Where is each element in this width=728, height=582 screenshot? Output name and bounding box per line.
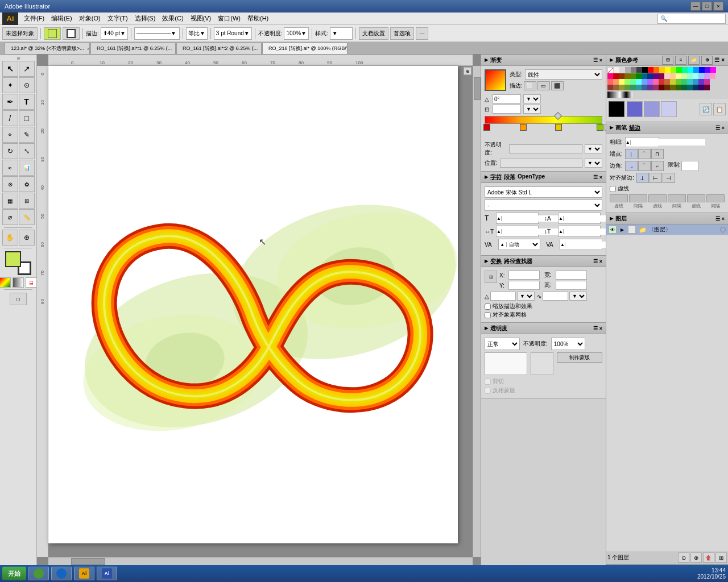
color-ref-base[interactable] [609,101,624,117]
baseline-input[interactable]: 0 [565,242,606,248]
magic-wand-tool[interactable]: ✦ [2,77,18,93]
more-options-button[interactable]: ⋯ [416,27,428,40]
eyedropper-tool[interactable]: ⌀ [2,209,18,225]
swatch[interactable] [698,79,704,85]
tab-3-close[interactable]: × [260,46,262,52]
color-ref-header[interactable]: ▶ 颜色参考 ⊞ ≡ 📁 ⊕ ☰ × [606,55,728,66]
preferences-button[interactable]: 首选项 [390,27,414,40]
tracking-select[interactable]: 自动 [507,241,540,248]
baseline-up[interactable]: ▲ [560,242,565,247]
swatch[interactable] [607,73,613,79]
swatch[interactable] [636,79,642,85]
swatch[interactable] [631,67,636,73]
tab-4[interactable]: RO_218 [转换].ai* @ 100% (RGB/预览) × [262,43,348,54]
swatch[interactable] [687,73,693,79]
gradient-location-input[interactable] [500,159,582,168]
join-round[interactable]: ⌒ [638,161,651,171]
menu-view[interactable]: 视图(V) [187,13,215,24]
graph-tool[interactable]: 📊 [19,160,35,176]
gradient-stop-2[interactable] [520,124,527,131]
gradient-angle-input[interactable] [493,94,521,103]
leading-up[interactable]: ▲ [559,216,564,221]
swatch[interactable] [681,73,687,79]
gradient-stroke-btn3[interactable]: ⬛ [551,81,564,90]
char-panel-header[interactable]: ▶ 字符 段落 OpenType ☰ × [481,172,606,183]
weight-up[interactable]: ▲ [626,140,631,145]
swatch-none[interactable] [607,67,614,73]
align-pixel-cb[interactable] [485,312,491,318]
make-mask-btn[interactable]: 制作蒙版 [557,352,602,363]
swatch[interactable] [636,73,642,79]
cap-round[interactable]: ⌒ [638,149,651,159]
v-scale-input[interactable]: 100% [564,228,606,235]
swatch[interactable] [625,67,631,73]
layer-target[interactable] [720,227,726,232]
swatch[interactable] [624,79,630,85]
tab-1[interactable]: 123.ai* @ 32% (<不透明蒙版>... × [5,43,90,54]
leading-input[interactable]: 14.4 [564,215,606,222]
transform-w-input[interactable]: 0 mm [556,271,587,280]
gradient-opacity-select[interactable]: ▼ [585,144,602,153]
font-style-select[interactable]: - [485,199,602,211]
swatch[interactable] [619,79,624,85]
warp-tool[interactable]: ≈ [2,160,18,176]
tab-2-close[interactable]: × [175,46,176,52]
swatch[interactable] [665,67,671,73]
swatch[interactable] [693,73,698,79]
color-view-btn1[interactable]: ⊞ [662,56,673,65]
opentype-tab[interactable]: OpenType [518,173,545,181]
line-tool[interactable]: / [2,110,18,126]
gradient-location-select[interactable]: ▼ [585,159,602,168]
swatch[interactable] [613,85,619,90]
menu-select[interactable]: 选择(S) [131,13,159,24]
swatch[interactable] [647,73,653,79]
limit-input[interactable]: 10 [681,161,698,171]
swatch[interactable] [619,85,624,90]
stroke-panel-header[interactable]: ▶ 画笔 描边 ☰ × [606,122,728,134]
swatch[interactable] [653,67,659,73]
swatch[interactable] [653,85,659,90]
menu-edit[interactable]: 编辑(E) [48,13,76,24]
menu-type[interactable]: 文字(T) [104,13,131,24]
gradient-bar[interactable] [485,116,602,124]
swatch[interactable] [670,85,676,90]
layer-row-1[interactable]: 👁 ▶ 📁 〈图层〉 [606,225,728,235]
gradient-stop-4[interactable] [597,124,603,131]
vertical-scrollbar[interactable] [473,66,481,557]
blend-tool[interactable]: ⊗ [2,176,18,192]
opacity-select[interactable]: 100% [551,338,585,350]
change-screen-mode[interactable]: □ [10,293,27,305]
swatch[interactable] [642,73,647,79]
swatch[interactable] [676,73,681,79]
color-ref-swatch3[interactable] [661,101,677,117]
swatch[interactable] [624,85,630,90]
swatch[interactable] [699,67,705,73]
gradient-stop-3[interactable] [555,124,562,131]
swatch[interactable] [688,67,693,73]
delete-layer-btn[interactable]: 🗑 [703,552,714,563]
stroke-width-dropdown[interactable]: ⬆ 40 pt ▼ [101,27,128,40]
swatch[interactable] [687,85,693,90]
swatch[interactable] [630,73,636,79]
brush-tab[interactable]: 画笔 [615,124,627,132]
color-view-btn2[interactable]: ≡ [675,56,686,65]
swatch[interactable] [670,79,676,85]
swatch[interactable] [704,79,710,85]
direct-selection-tool[interactable]: ↗ [19,61,35,77]
color-view-btn3[interactable]: 📁 [688,56,700,65]
swatch[interactable] [653,79,659,85]
color-ref-panel-menu[interactable]: ☰ [714,57,719,63]
swatch[interactable] [613,79,619,85]
lasso-tool[interactable]: ⊙ [19,77,35,93]
swatch[interactable] [659,67,665,73]
swatch[interactable] [670,73,676,79]
brush-tool[interactable]: ⌖ [2,127,18,143]
none-icon[interactable]: □ [26,277,37,288]
layers-panel-header[interactable]: ▶ 图层 ☰ × [606,213,728,225]
font-size-up[interactable]: ▲ [497,216,502,221]
round-dropdown[interactable]: 3 pt Round▼ [214,27,252,40]
swatch[interactable] [642,85,647,90]
taskbar-item-1[interactable] [28,567,49,580]
gradient-stroke-btn2[interactable]: ▭ [537,81,550,90]
swatch[interactable] [664,73,670,79]
